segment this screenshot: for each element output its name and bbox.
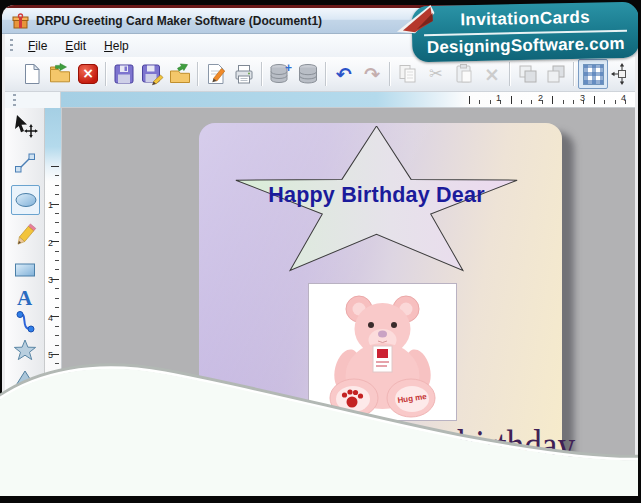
tool-star[interactable] xyxy=(11,336,38,364)
save-button[interactable] xyxy=(110,60,138,88)
menu-file[interactable]: File xyxy=(19,37,56,55)
print-button[interactable] xyxy=(230,60,258,88)
star-icon xyxy=(12,337,38,363)
triangle-icon xyxy=(12,366,38,392)
paste-icon xyxy=(452,62,476,86)
send-backward-icon xyxy=(544,62,568,86)
pencil-icon xyxy=(12,222,38,248)
svg-text:+: + xyxy=(285,62,292,75)
database-add-icon: + xyxy=(268,62,292,86)
line-icon xyxy=(12,150,38,176)
export-button[interactable] xyxy=(166,60,194,88)
save-as-button[interactable] xyxy=(138,60,166,88)
save-as-icon xyxy=(140,62,164,86)
tool-select[interactable] xyxy=(11,112,38,140)
grid-pattern-icon xyxy=(583,64,604,85)
redo-icon: ↷ xyxy=(364,65,380,84)
rectangle-icon xyxy=(12,257,38,283)
ruler-number: 4 xyxy=(48,313,53,323)
star-caption-text[interactable]: Happy Birthday Dear xyxy=(230,183,523,208)
toolbar-separator xyxy=(573,62,575,86)
tool-palette: A xyxy=(5,108,45,496)
canvas-workspace[interactable]: Happy Birthday Dear xyxy=(62,108,635,496)
ruler-number: 2 xyxy=(48,238,53,248)
ruler-number: 3 xyxy=(48,275,53,285)
new-document-icon xyxy=(20,62,44,86)
new-document-button[interactable] xyxy=(18,60,46,88)
ruler-grip-dots xyxy=(13,94,16,107)
save-icon xyxy=(112,62,136,86)
close-button[interactable]: × xyxy=(74,60,102,88)
fit-page-icon xyxy=(610,62,634,86)
ruler-number: 1 xyxy=(496,93,501,103)
ruler-origin-box xyxy=(5,92,61,108)
copy-button[interactable] xyxy=(394,60,422,88)
ruler-number: 1 xyxy=(48,200,53,210)
toolbar-separator xyxy=(389,62,391,86)
horizontal-ruler: 1 2 3 4 xyxy=(61,92,635,108)
banner-line1: InvitationCards xyxy=(412,7,639,32)
toolbar-separator xyxy=(509,62,511,86)
delete-button[interactable]: × xyxy=(478,60,506,88)
menu-help[interactable]: Help xyxy=(95,37,138,55)
greeting-card-page[interactable]: Happy Birthday Dear xyxy=(199,123,562,496)
toolbar: × xyxy=(5,57,635,92)
ruler-number: 3 xyxy=(580,93,585,103)
app-window: DRPU Greeting Card Maker Software (Docum… xyxy=(2,5,638,496)
cut-icon: ✂ xyxy=(429,66,442,82)
horizontal-ruler-major-ticks xyxy=(469,96,631,104)
fit-page-button[interactable] xyxy=(608,60,636,88)
tool-shape[interactable] xyxy=(11,396,38,424)
tool-line[interactable] xyxy=(11,149,38,177)
tool-rectangle[interactable] xyxy=(11,256,38,284)
ruler-row: 1 2 3 4 xyxy=(5,92,635,108)
bring-forward-icon xyxy=(516,62,540,86)
tool-ellipse[interactable] xyxy=(11,185,40,215)
send-backward-button[interactable] xyxy=(542,60,570,88)
database-icon xyxy=(296,62,320,86)
paste-button[interactable] xyxy=(450,60,478,88)
print-icon xyxy=(232,62,256,86)
app-logo-icon xyxy=(12,13,29,29)
open-folder-icon xyxy=(48,62,72,86)
vertical-ruler: 1 2 3 4 5 xyxy=(45,108,62,496)
tool-curve[interactable] xyxy=(11,308,38,336)
toolbar-separator xyxy=(105,62,107,86)
copy-icon xyxy=(396,62,420,86)
ruler-number: 5 xyxy=(48,350,53,360)
database-add-button[interactable]: + xyxy=(266,60,294,88)
menu-edit[interactable]: Edit xyxy=(56,37,95,55)
toolbar-separator xyxy=(261,62,263,86)
text-tool-icon: A xyxy=(17,286,32,311)
tool-triangle[interactable] xyxy=(11,365,38,393)
ruler-number: 2 xyxy=(538,93,543,103)
card-bottom-text[interactable]: very happy birthday xyxy=(291,421,575,469)
curve-icon xyxy=(12,309,38,335)
database-button[interactable] xyxy=(294,60,322,88)
menu-grip-handle[interactable] xyxy=(10,39,13,52)
edit-page-icon xyxy=(204,62,228,86)
tool-pencil[interactable] xyxy=(11,221,38,249)
undo-icon: ↶ xyxy=(336,65,352,84)
website-banner: InvitationCards DesigningSoftware.com xyxy=(411,2,639,63)
banner-line2: DesigningSoftware.com xyxy=(412,34,639,59)
open-button[interactable] xyxy=(46,60,74,88)
select-move-icon xyxy=(12,113,38,139)
toolbar-separator xyxy=(325,62,327,86)
redo-button[interactable]: ↷ xyxy=(358,60,386,88)
bring-forward-button[interactable] xyxy=(514,60,542,88)
edit-button[interactable] xyxy=(202,60,230,88)
toolbar-separator xyxy=(197,62,199,86)
delete-icon: × xyxy=(484,65,500,84)
teddy-bear-image[interactable]: Hug me xyxy=(308,283,457,421)
ellipse-icon xyxy=(13,187,39,213)
shape-icon xyxy=(12,397,38,423)
cut-button[interactable]: ✂ xyxy=(422,60,450,88)
screenshot-root: { "window": { "title": "DRPU Greeting Ca… xyxy=(0,0,641,503)
teddy-bear-graphic: Hug me xyxy=(309,284,456,420)
grid-pattern-button[interactable] xyxy=(578,59,608,89)
undo-button[interactable]: ↶ xyxy=(330,60,358,88)
image-bottom-edge xyxy=(0,496,641,503)
window-title: DRPU Greeting Card Maker Software (Docum… xyxy=(36,14,322,28)
ruler-number: 4 xyxy=(621,93,626,103)
